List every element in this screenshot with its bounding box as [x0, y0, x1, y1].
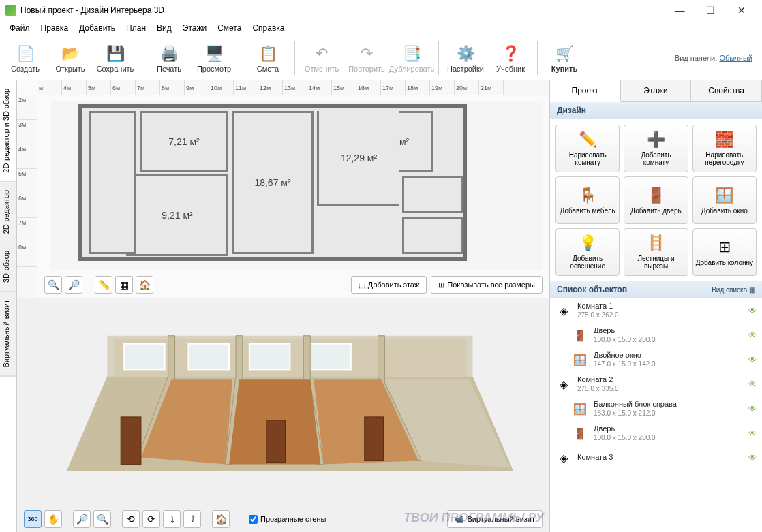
grid-button[interactable]: ▦ [115, 276, 133, 294]
zoom-out-3d-button[interactable]: 🔍 [93, 510, 111, 528]
add-floor-button[interactable]: ⬚Добавить этаж [351, 276, 427, 294]
add-window-button[interactable]: 🪟Добавить окно [692, 176, 757, 224]
canvas-3d[interactable]: 360 ✋ 🔎 🔍 ⟲ ⟳ ⤵ ⤴ 🏠 Прозрачные стены 📹Ви… [17, 298, 549, 532]
list-item[interactable]: ◈ Комната 1275.0 x 262.0 👁 [550, 298, 762, 323]
buy-button[interactable]: 🛒Купить [543, 37, 585, 78]
menu-edit[interactable]: Правка [35, 22, 74, 34]
room-entry[interactable] [89, 111, 136, 254]
floor-plan[interactable]: 7,21 м² 6,16 м² 18,67 м² 12,29 м² 9,21 м… [51, 101, 543, 270]
tab-properties[interactable]: Свойства [691, 80, 762, 101]
ruler-vertical: 2м3м4м5м6м7м8м [17, 95, 37, 298]
zoom-out-button[interactable]: 🔍 [44, 276, 62, 294]
menu-help[interactable]: Справка [247, 22, 290, 34]
list-item[interactable]: ◈ Комната 2275.0 x 335.0 👁 [550, 372, 762, 396]
close-button[interactable]: ✕ [726, 1, 757, 20]
stairs-button[interactable]: 🪜Лестницы и вырезы [624, 228, 688, 276]
tab-project[interactable]: Проект [550, 80, 621, 102]
home-button[interactable]: 🏠 [136, 276, 153, 294]
menu-add[interactable]: Добавить [74, 22, 121, 34]
menu-bar: Файл Правка Добавить План Вид Этажи Смет… [0, 20, 762, 35]
tab-virtual[interactable]: Виртуальный визит [0, 292, 16, 377]
list-item[interactable]: 🚪 Дверь100.0 x 15.0 x 200.0 👁 [550, 421, 762, 445]
settings-button[interactable]: ⚙️Настройки [444, 37, 487, 78]
pan-button[interactable]: ✋ [44, 510, 62, 528]
visibility-icon[interactable]: 👁 [748, 453, 757, 463]
virtual-visit-button[interactable]: 📹Виртуальный визит [447, 510, 543, 528]
help-icon: ❓ [500, 43, 521, 65]
menu-view[interactable]: Вид [151, 22, 177, 34]
visibility-icon[interactable]: 👁 [748, 306, 757, 315]
preview-button[interactable]: 🖥️Просмотр [193, 37, 235, 78]
redo-button[interactable]: ↷Повторить [346, 37, 388, 78]
room-3[interactable]: 18,67 м² [232, 111, 314, 254]
canvas-2d[interactable]: м4м5м6м7м8м9м10м11м12м13м14м15м16м17м18м… [17, 80, 549, 298]
panel-mode-link[interactable]: Обычный [719, 54, 752, 62]
rotate-right-button[interactable]: ⟳ [142, 510, 160, 528]
visibility-icon[interactable]: 👁 [748, 355, 757, 364]
save-button[interactable]: 💾Сохранить [94, 37, 136, 78]
room-1[interactable]: 7,21 м² [140, 111, 228, 172]
pencil-icon: ✏️ [579, 131, 597, 148]
tilt-up-button[interactable]: ⤵ [163, 510, 181, 528]
rotate-left-button[interactable]: ⟲ [122, 510, 140, 528]
estimate-button[interactable]: 📋Смета [247, 37, 289, 78]
rotate-360-button[interactable]: 360 [24, 510, 42, 528]
add-column-button[interactable]: ⊞Добавить колонну [692, 228, 757, 276]
visibility-icon[interactable]: 👁 [748, 330, 757, 340]
monitor-icon: 🖥️ [203, 43, 225, 65]
list-item[interactable]: ◈ Комната 3 👁 [550, 445, 762, 470]
list-item[interactable]: 🪟 Двойное окно147.0 x 15.0 x 142.0 👁 [550, 347, 762, 372]
open-button[interactable]: 📂Открыть [49, 37, 91, 78]
main-toolbar: 📄Создать 📂Открыть 💾Сохранить 🖨️Печать 🖥️… [0, 35, 762, 80]
menu-floors[interactable]: Этажи [177, 22, 212, 34]
list-item[interactable]: 🪟 Балконный блок справа183.0 x 15.0 x 21… [550, 396, 762, 421]
undo-icon: ↶ [311, 43, 333, 65]
visibility-icon[interactable]: 👁 [748, 428, 757, 438]
duplicate-button[interactable]: 📑Дублировать [391, 37, 433, 78]
minimize-button[interactable]: — [665, 1, 695, 20]
visibility-icon[interactable]: 👁 [748, 404, 757, 413]
zoom-in-3d-button[interactable]: 🔎 [73, 510, 91, 528]
visibility-icon[interactable]: 👁 [748, 379, 757, 389]
tab-floors[interactable]: Этажи [621, 80, 692, 101]
cart-icon: 🛒 [553, 43, 575, 65]
room-icon: ◈ [555, 375, 572, 394]
tutorial-button[interactable]: ❓Учебник [489, 37, 532, 78]
new-file-icon: 📄 [14, 43, 36, 65]
transparent-walls-checkbox[interactable]: Прозрачные стены [249, 515, 326, 524]
ruler-button[interactable]: 📏 [95, 276, 112, 294]
stairs-icon: 🪜 [647, 234, 665, 252]
door-icon: 🚪 [572, 424, 588, 443]
maximize-button[interactable]: ☐ [695, 1, 726, 20]
menu-plan[interactable]: План [121, 22, 151, 34]
show-dims-button[interactable]: ⊞Показывать все размеры [431, 276, 543, 294]
add-furniture-button[interactable]: 🪑Добавить мебель [555, 176, 620, 224]
home-3d-button[interactable]: 🏠 [212, 510, 230, 528]
add-door-button[interactable]: 🚪Добавить дверь [624, 176, 688, 224]
room-5[interactable]: 9,21 м² [126, 174, 228, 256]
create-button[interactable]: 📄Создать [4, 37, 46, 78]
draw-partition-button[interactable]: 🧱Нарисовать перегородку [692, 125, 757, 172]
draw-room-button[interactable]: ✏️Нарисовать комнату [555, 125, 620, 172]
tab-3d[interactable]: 3D-обзор [0, 242, 16, 292]
room-wc[interactable] [402, 217, 463, 254]
menu-file[interactable]: Файл [4, 22, 35, 34]
tab-2d-3d[interactable]: 2D-редактор и 3D-обзор [0, 80, 16, 182]
room-icon: ◈ [555, 448, 572, 467]
list-item[interactable]: 🚪 Дверь100.0 x 15.0 x 200.0 👁 [550, 323, 762, 347]
object-list[interactable]: ◈ Комната 1275.0 x 262.0 👁🚪 Дверь100.0 x… [550, 298, 762, 532]
room-bath[interactable] [402, 176, 463, 213]
print-button[interactable]: 🖨️Печать [148, 37, 190, 78]
menu-estimate[interactable]: Смета [212, 22, 247, 34]
add-light-button[interactable]: 💡Добавить освещение [555, 228, 620, 276]
tilt-down-button[interactable]: ⤴ [183, 510, 201, 528]
room-4[interactable]: 12,29 м² [317, 111, 399, 206]
app-icon [5, 5, 16, 16]
undo-button[interactable]: ↶Отменить [301, 37, 343, 78]
view-mode-link[interactable]: Вид списка ▦ [712, 286, 755, 294]
zoom-in-button[interactable]: 🔎 [65, 276, 82, 294]
tab-2d[interactable]: 2D-редактор [0, 182, 16, 242]
render-3d [31, 309, 536, 505]
toolbar-separator [438, 41, 439, 75]
add-room-button[interactable]: ➕Добавить комнату [624, 125, 688, 172]
